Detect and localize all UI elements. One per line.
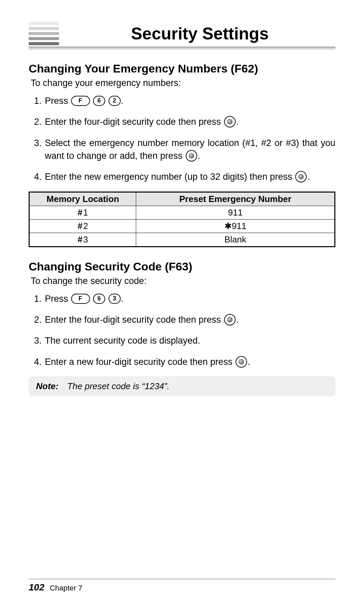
ok-button-icon [236, 356, 247, 368]
cell-num: Blank [136, 233, 335, 247]
th-preset-number: Preset Emergency Number [136, 192, 335, 206]
ok-button-icon [186, 150, 197, 162]
ok-button-icon [224, 116, 236, 127]
step-text: The current security code is displayed. [45, 336, 200, 346]
step-text: Enter the four-digit security code then … [45, 315, 223, 325]
period: . [236, 117, 239, 127]
chapter-label: Chapter 7 [50, 584, 83, 592]
step-text: Enter the four-digit security code then … [45, 117, 223, 127]
ok-button-icon [295, 171, 307, 182]
step-text: Enter the new emergency number (up to 32… [45, 172, 295, 182]
section2-step-3: The current security code is displayed. [44, 334, 335, 347]
cell-num: 911 [136, 206, 335, 219]
section1-steps: Press F 6 2. Enter the four-digit securi… [29, 94, 335, 183]
key-f-icon: F [71, 96, 90, 106]
period: . [236, 315, 239, 325]
preset-emergency-table: Memory Location Preset Emergency Number … [29, 192, 335, 247]
header-rule [29, 47, 335, 49]
section-heading-emergency: Changing Your Emergency Numbers (F62) [29, 62, 335, 75]
section1-step-3: Select the emergency number memory locat… [44, 137, 335, 163]
table-header-row: Memory Location Preset Emergency Number [29, 192, 335, 206]
header-stripes-icon [29, 22, 59, 45]
loc-value: 2 [83, 221, 88, 231]
key-3-icon: 3 [109, 294, 121, 304]
section1-step-2: Enter the four-digit security code then … [44, 115, 335, 128]
period: . [307, 172, 310, 182]
key-2-icon: 2 [109, 96, 121, 106]
loc-value: 1 [83, 207, 88, 218]
period: . [198, 151, 201, 161]
section1-intro: To change your emergency numbers: [31, 78, 335, 88]
section1-step-4: Enter the new emergency number (up to 32… [44, 170, 335, 183]
cell-loc: #3 [29, 233, 136, 247]
page-header: Security Settings [29, 22, 335, 45]
cell-loc: #2 [29, 219, 136, 233]
step-text: Enter a new four-digit security code the… [45, 357, 235, 367]
step-text: Press [45, 294, 71, 304]
th-memory-location: Memory Location [29, 192, 136, 206]
section1-step-1: Press F 6 2. [44, 94, 335, 107]
step-text: Press [45, 96, 71, 106]
period: . [121, 294, 124, 304]
key-6-icon: 6 [93, 294, 105, 304]
hash-icon: # [78, 234, 82, 244]
section2-steps: Press F 6 3. Enter the four-digit securi… [29, 292, 335, 368]
table-row: #1 911 [29, 206, 335, 219]
section-heading-security-code: Changing Security Code (F63) [29, 260, 335, 273]
section2-intro: To change the security code: [31, 276, 335, 286]
hash-icon: # [78, 207, 82, 218]
page: Security Settings Changing Your Emergenc… [0, 0, 364, 607]
section2-step-1: Press F 6 3. [44, 292, 335, 305]
page-number: 102 [29, 582, 44, 593]
table-row: #2 ✱911 [29, 219, 335, 233]
note-label: Note: [36, 381, 58, 392]
section2-step-4: Enter a new four-digit security code the… [44, 355, 335, 368]
section2-step-2: Enter the four-digit security code then … [44, 313, 335, 326]
page-footer: 102 Chapter 7 [29, 579, 335, 593]
ok-button-icon [224, 314, 236, 325]
loc-value: 3 [83, 234, 88, 244]
table-row: #3 Blank [29, 233, 335, 247]
page-title: Security Settings [64, 24, 335, 44]
period: . [121, 96, 124, 106]
key-f-icon: F [71, 294, 90, 304]
cell-loc: #1 [29, 206, 136, 219]
note-text: The preset code is “1234”. [67, 381, 170, 392]
note-box: Note: The preset code is “1234”. [29, 376, 335, 396]
hash-icon: # [78, 221, 82, 231]
key-6-icon: 6 [93, 96, 105, 106]
period: . [248, 357, 250, 367]
cell-num: ✱911 [136, 219, 335, 233]
